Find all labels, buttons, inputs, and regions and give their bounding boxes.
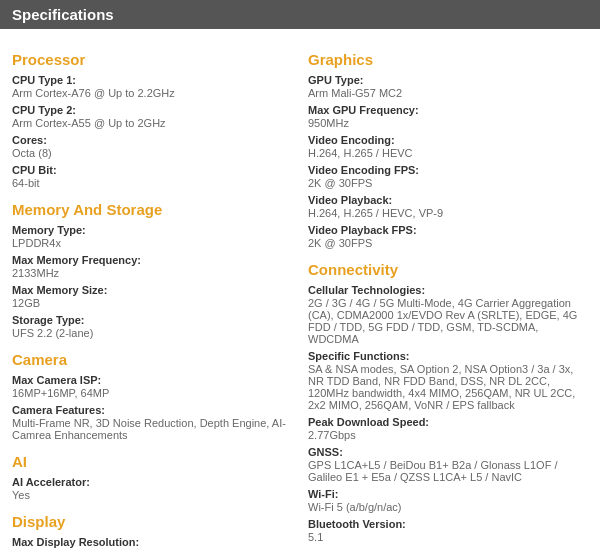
field-label: Wi-Fi: bbox=[308, 488, 588, 500]
connectivity-fields: Cellular Technologies:2G / 3G / 4G / 5G … bbox=[308, 284, 588, 543]
field-value: SA & NSA modes, SA Option 2, NSA Option3… bbox=[308, 363, 588, 411]
graphics-section-title: Graphics bbox=[308, 51, 588, 68]
ai-fields: AI Accelerator:Yes bbox=[12, 476, 292, 501]
display-section-title: Display bbox=[12, 513, 292, 530]
field-value: 5.1 bbox=[308, 531, 588, 543]
left-column: Processor CPU Type 1:Arm Cortex-A76 @ Up… bbox=[12, 39, 308, 549]
field-label: Max Memory Frequency: bbox=[12, 254, 292, 266]
field-label: Max Memory Size: bbox=[12, 284, 292, 296]
field-label: Video Encoding FPS: bbox=[308, 164, 588, 176]
graphics-fields: GPU Type:Arm Mali-G57 MC2Max GPU Frequen… bbox=[308, 74, 588, 249]
field-value: GPS L1CA+L5 / BeiDou B1+ B2a / Glonass L… bbox=[308, 459, 588, 483]
field-label: Video Playback FPS: bbox=[308, 224, 588, 236]
header-title: Specifications bbox=[0, 0, 600, 29]
ai-section-title: AI bbox=[12, 453, 292, 470]
field-value: LPDDR4x bbox=[12, 237, 292, 249]
connectivity-section-title: Connectivity bbox=[308, 261, 588, 278]
field-value: Yes bbox=[12, 489, 292, 501]
field-label: GNSS: bbox=[308, 446, 588, 458]
field-label: CPU Type 1: bbox=[12, 74, 292, 86]
field-value: 2.77Gbps bbox=[308, 429, 588, 441]
field-value: 16MP+16MP, 64MP bbox=[12, 387, 292, 399]
field-label: Peak Download Speed: bbox=[308, 416, 588, 428]
field-value: 2K @ 30FPS bbox=[308, 237, 588, 249]
field-label: Max GPU Frequency: bbox=[308, 104, 588, 116]
field-label: Camera Features: bbox=[12, 404, 292, 416]
field-label: Bluetooth Version: bbox=[308, 518, 588, 530]
field-label: Cores: bbox=[12, 134, 292, 146]
field-label: Video Encoding: bbox=[308, 134, 588, 146]
processor-section-title: Processor bbox=[12, 51, 292, 68]
field-value: 2133MHz bbox=[12, 267, 292, 279]
memory-section-title: Memory And Storage bbox=[12, 201, 292, 218]
field-value: Arm Cortex-A55 @ Up to 2GHz bbox=[12, 117, 292, 129]
field-label: AI Accelerator: bbox=[12, 476, 292, 488]
field-label: Specific Functions: bbox=[308, 350, 588, 362]
field-value: 2G / 3G / 4G / 5G Multi-Mode, 4G Carrier… bbox=[308, 297, 588, 345]
field-value: 950MHz bbox=[308, 117, 588, 129]
camera-section-title: Camera bbox=[12, 351, 292, 368]
content-area: Processor CPU Type 1:Arm Cortex-A76 @ Up… bbox=[0, 29, 600, 549]
field-label: Memory Type: bbox=[12, 224, 292, 236]
field-value: Octa (8) bbox=[12, 147, 292, 159]
field-value: 12GB bbox=[12, 297, 292, 309]
field-value: H.264, H.265 / HEVC, VP-9 bbox=[308, 207, 588, 219]
field-label: Max Display Resolution: bbox=[12, 536, 292, 548]
field-value: 64-bit bbox=[12, 177, 292, 189]
field-value: Arm Mali-G57 MC2 bbox=[308, 87, 588, 99]
field-label: Cellular Technologies: bbox=[308, 284, 588, 296]
field-label: Video Playback: bbox=[308, 194, 588, 206]
field-value: 2K @ 30FPS bbox=[308, 177, 588, 189]
display-fields: Max Display Resolution:2520 x 1080Max Re… bbox=[12, 536, 292, 549]
field-label: Max Camera ISP: bbox=[12, 374, 292, 386]
field-value: Wi-Fi 5 (a/b/g/n/ac) bbox=[308, 501, 588, 513]
processor-fields: CPU Type 1:Arm Cortex-A76 @ Up to 2.2GHz… bbox=[12, 74, 292, 189]
field-value: Multi-Frame NR, 3D Noise Reduction, Dept… bbox=[12, 417, 292, 441]
camera-fields: Max Camera ISP:16MP+16MP, 64MPCamera Fea… bbox=[12, 374, 292, 441]
field-value: UFS 2.2 (2-lane) bbox=[12, 327, 292, 339]
field-label: CPU Bit: bbox=[12, 164, 292, 176]
field-label: CPU Type 2: bbox=[12, 104, 292, 116]
field-value: Arm Cortex-A76 @ Up to 2.2GHz bbox=[12, 87, 292, 99]
right-column: Graphics GPU Type:Arm Mali-G57 MC2Max GP… bbox=[308, 39, 588, 549]
field-label: Storage Type: bbox=[12, 314, 292, 326]
header: Specifications bbox=[0, 0, 600, 29]
field-label: GPU Type: bbox=[308, 74, 588, 86]
memory-fields: Memory Type:LPDDR4xMax Memory Frequency:… bbox=[12, 224, 292, 339]
field-value: H.264, H.265 / HEVC bbox=[308, 147, 588, 159]
